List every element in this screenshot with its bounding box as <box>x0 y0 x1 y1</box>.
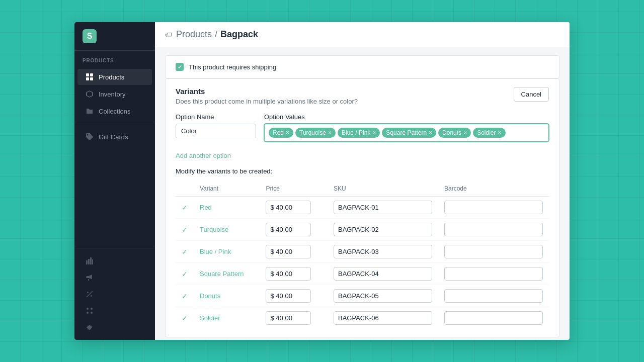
modify-variants-label: Modify the variants to be created: <box>176 167 549 175</box>
option-values-label: Option Values <box>264 113 549 121</box>
sidebar-item-label: Products <box>99 73 124 81</box>
col-header-sku: SKU <box>328 181 438 197</box>
option-values-container: Option Values Red × Turquoise × <box>264 113 549 142</box>
shipping-row: This product requires shipping <box>166 56 559 78</box>
svg-point-9 <box>91 295 92 297</box>
sku-input-red[interactable] <box>334 201 432 214</box>
sidebar-item-apps[interactable] <box>77 303 152 319</box>
price-input-turquoise[interactable] <box>266 223 311 236</box>
sidebar-item-label: Collections <box>99 108 131 115</box>
sidebar-item-analytics[interactable] <box>77 253 152 269</box>
variants-title: Variants <box>176 87 358 96</box>
barcode-input-turquoise[interactable] <box>444 223 543 236</box>
row-check-1[interactable]: ✓ <box>182 204 188 212</box>
shipping-checkbox[interactable] <box>176 63 184 71</box>
apps-icon <box>86 307 94 315</box>
col-header-variant: Variant <box>194 181 260 197</box>
svg-rect-3 <box>90 77 93 80</box>
variant-link-red[interactable]: Red <box>200 204 212 211</box>
chart-icon <box>86 257 94 265</box>
breadcrumb-separator: / <box>215 29 217 40</box>
row-check-6[interactable]: ✓ <box>182 314 188 322</box>
svg-point-14 <box>91 312 93 314</box>
price-input-square-pattern[interactable] <box>266 267 311 281</box>
svg-rect-4 <box>86 260 88 264</box>
sidebar-bottom-nav <box>74 248 155 340</box>
tag-icon <box>86 133 94 141</box>
tag-remove-turquoise[interactable]: × <box>328 130 332 136</box>
tag-remove-red[interactable]: × <box>286 130 289 136</box>
variant-link-turquoise[interactable]: Turquoise <box>200 226 228 233</box>
add-option-button[interactable]: Add another option <box>176 152 231 159</box>
svg-rect-2 <box>86 77 89 80</box>
tag-remove-square-pattern[interactable]: × <box>429 130 432 136</box>
svg-point-13 <box>87 312 89 314</box>
barcode-input-square-pattern[interactable] <box>444 267 543 281</box>
tag-remove-soldier[interactable]: × <box>498 130 502 136</box>
price-input-red[interactable] <box>266 201 311 214</box>
sku-input-soldier[interactable] <box>334 311 432 325</box>
breadcrumb-parent[interactable]: Products <box>176 29 212 40</box>
sku-input-square-pattern[interactable] <box>334 267 432 281</box>
sku-input-turquoise[interactable] <box>334 223 432 236</box>
col-header-check <box>176 181 194 197</box>
percent-icon <box>86 290 94 298</box>
cancel-button[interactable]: Cancel <box>514 87 549 102</box>
option-values-input[interactable]: Red × Turquoise × Blue / Pink × <box>264 124 549 142</box>
main-content: 🏷 Products / Bagpack This product requir… <box>155 22 570 340</box>
sidebar-item-settings[interactable] <box>77 319 152 335</box>
shipping-label: This product requires shipping <box>189 63 276 71</box>
row-check-3[interactable]: ✓ <box>182 248 188 256</box>
table-row: ✓ Red <box>176 197 549 219</box>
row-check-2[interactable]: ✓ <box>182 226 188 234</box>
tag-square-pattern: Square Pattern × <box>382 128 436 138</box>
barcode-input-donuts[interactable] <box>444 289 543 303</box>
svg-point-8 <box>87 292 89 293</box>
barcode-input-red[interactable] <box>444 201 543 214</box>
tag-turquoise: Turquoise × <box>295 128 336 138</box>
variant-link-blue-pink[interactable]: Blue / Pink <box>200 248 231 255</box>
sidebar-item-inventory[interactable]: Inventory <box>77 86 152 102</box>
barcode-input-blue-pink[interactable] <box>444 245 543 258</box>
variants-table: Variant Price SKU Barcode ✓ Red <box>176 181 549 329</box>
tag-blue-pink: Blue / Pink × <box>338 128 380 138</box>
sidebar-logo: S <box>74 22 155 51</box>
sidebar-item-discounts[interactable] <box>77 286 152 302</box>
tag-remove-donuts[interactable]: × <box>463 130 467 136</box>
gear-icon <box>86 323 94 331</box>
sku-input-donuts[interactable] <box>334 289 432 303</box>
tag-donuts: Donuts × <box>438 128 471 138</box>
variant-link-donuts[interactable]: Donuts <box>200 292 220 300</box>
sidebar-item-label: Gift Cards <box>99 133 128 141</box>
breadcrumb-current: Bagpack <box>220 29 258 40</box>
price-input-donuts[interactable] <box>266 289 311 303</box>
sidebar-item-collections[interactable]: Collections <box>77 103 152 119</box>
price-input-soldier[interactable] <box>266 311 311 325</box>
table-row: ✓ Turquoise <box>176 219 549 241</box>
sidebar: S PRODUCTS Products <box>74 22 155 340</box>
sidebar-item-marketing[interactable] <box>77 269 152 286</box>
price-input-blue-pink[interactable] <box>266 245 311 258</box>
svg-rect-7 <box>92 259 93 264</box>
page-header: 🏷 Products / Bagpack <box>155 22 570 47</box>
variant-link-square-pattern[interactable]: Square Pattern <box>200 270 244 278</box>
option-name-input[interactable] <box>176 124 256 138</box>
variant-link-soldier[interactable]: Soldier <box>200 314 220 322</box>
folder-icon <box>86 107 94 115</box>
sidebar-divider <box>74 124 155 124</box>
box-icon <box>86 90 94 98</box>
megaphone-icon <box>86 274 94 282</box>
row-check-4[interactable]: ✓ <box>182 270 188 278</box>
variants-header: Variants Does this product come in multi… <box>176 87 549 105</box>
sidebar-item-products[interactable]: Products <box>77 69 152 85</box>
grid-icon <box>86 73 94 81</box>
svg-point-11 <box>87 308 89 310</box>
row-check-5[interactable]: ✓ <box>182 292 188 300</box>
sidebar-item-gift-cards[interactable]: Gift Cards <box>77 129 152 145</box>
tag-remove-blue-pink[interactable]: × <box>372 130 376 136</box>
svg-rect-0 <box>86 73 89 76</box>
sku-input-blue-pink[interactable] <box>334 245 432 258</box>
barcode-input-soldier[interactable] <box>444 311 543 325</box>
sidebar-section-label: PRODUCTS <box>74 51 155 66</box>
table-row: ✓ Soldier <box>176 307 549 329</box>
